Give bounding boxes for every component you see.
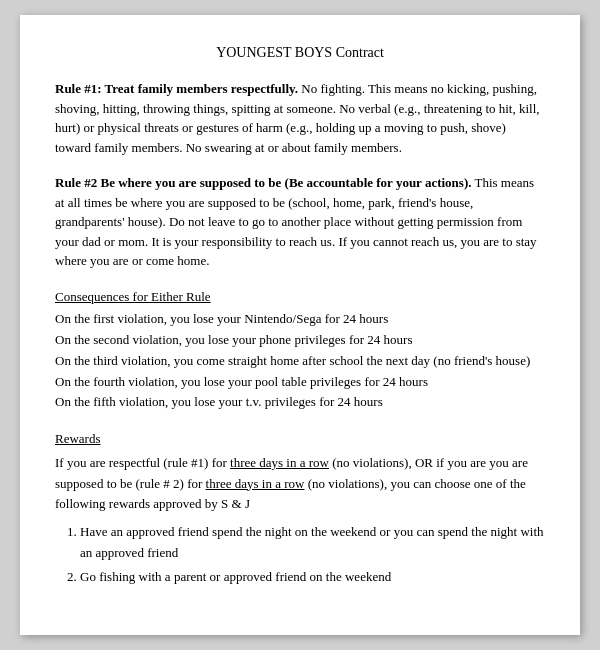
rewards-intro-before1: If you are respectful (rule #1) for xyxy=(55,455,230,470)
reward-item-1: Have an approved friend spend the night … xyxy=(80,522,545,564)
rewards-title: Rewards xyxy=(55,429,545,449)
rewards-list: Have an approved friend spend the night … xyxy=(55,522,545,588)
consequence-item-4: On the fourth violation, you lose your p… xyxy=(55,372,545,393)
page-title: YOUNGEST BOYS Contract xyxy=(55,45,545,61)
rewards-section: Rewards If you are respectful (rule #1) … xyxy=(55,429,545,588)
rule-2-block: Rule #2 Be where you are supposed to be … xyxy=(55,173,545,271)
consequence-item-1: On the first violation, you lose your Ni… xyxy=(55,309,545,330)
rewards-intro: If you are respectful (rule #1) for thre… xyxy=(55,453,545,513)
document-page: YOUNGEST BOYS Contract Rule #1: Treat fa… xyxy=(20,15,580,635)
reward-item-2: Go fishing with a parent or approved fri… xyxy=(80,567,545,588)
rewards-underline2: three days in a row xyxy=(206,476,305,491)
consequence-item-3: On the third violation, you come straigh… xyxy=(55,351,545,372)
consequence-item-2: On the second violation, you lose your p… xyxy=(55,330,545,351)
consequences-section: Consequences for Either Rule On the firs… xyxy=(55,287,545,414)
rule2-label: Rule #2 Be where you are supposed to be … xyxy=(55,175,471,190)
rule1-label: Rule #1: Treat family members respectful… xyxy=(55,81,298,96)
consequences-title: Consequences for Either Rule xyxy=(55,287,545,308)
rule-1-block: Rule #1: Treat family members respectful… xyxy=(55,79,545,157)
consequence-item-5: On the fifth violation, you lose your t.… xyxy=(55,392,545,413)
rewards-underline1: three days in a row xyxy=(230,455,329,470)
